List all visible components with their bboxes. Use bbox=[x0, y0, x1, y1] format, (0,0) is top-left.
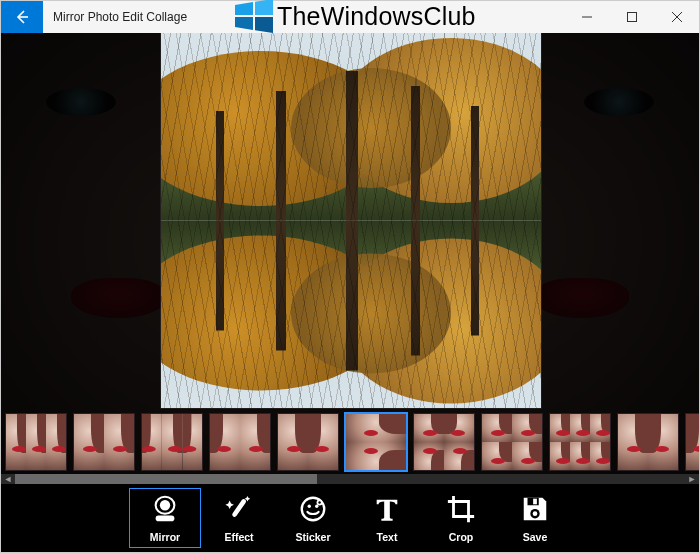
back-button[interactable] bbox=[1, 1, 43, 33]
windows-logo-icon bbox=[233, 0, 275, 33]
layout-thumb-1[interactable] bbox=[73, 413, 135, 471]
save-icon bbox=[520, 494, 550, 528]
crop-tool[interactable]: Crop bbox=[425, 488, 497, 548]
thumbnail-scrollbar[interactable]: ◄ ► bbox=[1, 474, 699, 484]
text-label: Text bbox=[377, 531, 398, 543]
svg-marker-1 bbox=[235, 2, 253, 15]
save-label: Save bbox=[523, 531, 548, 543]
svg-point-13 bbox=[318, 501, 320, 503]
maximize-icon bbox=[627, 12, 637, 22]
layout-thumb-4[interactable] bbox=[277, 413, 339, 471]
text-tool[interactable]: Text bbox=[351, 488, 423, 548]
sticker-icon bbox=[298, 494, 328, 528]
watermark-text: TheWindowsClub bbox=[277, 2, 476, 31]
layout-thumb-9[interactable] bbox=[617, 413, 679, 471]
mirror-label: Mirror bbox=[150, 531, 180, 543]
svg-point-11 bbox=[315, 504, 318, 507]
workspace: ◄ ► MirrorEffectStickerTextCropSave bbox=[1, 33, 699, 552]
svg-rect-0 bbox=[627, 13, 636, 22]
scroll-left-button[interactable]: ◄ bbox=[1, 474, 15, 484]
scroll-track[interactable] bbox=[15, 474, 685, 484]
close-button[interactable] bbox=[654, 1, 699, 33]
mirror-tool[interactable]: Mirror bbox=[129, 488, 201, 548]
crop-icon bbox=[446, 494, 476, 528]
text-icon bbox=[372, 494, 402, 528]
window-title: Mirror Photo Edit Collage bbox=[43, 10, 187, 24]
svg-rect-8 bbox=[231, 498, 247, 518]
layout-thumb-0[interactable] bbox=[5, 413, 67, 471]
scroll-handle[interactable] bbox=[15, 474, 317, 484]
scroll-right-button[interactable]: ► bbox=[685, 474, 699, 484]
minimize-button[interactable] bbox=[564, 1, 609, 33]
svg-marker-2 bbox=[255, 0, 273, 15]
maximize-button[interactable] bbox=[609, 1, 654, 33]
effect-label: Effect bbox=[224, 531, 253, 543]
watermark: TheWindowsClub bbox=[233, 0, 476, 33]
svg-point-6 bbox=[160, 500, 170, 510]
svg-rect-15 bbox=[533, 498, 537, 504]
layout-thumb-2[interactable] bbox=[141, 413, 203, 471]
svg-marker-4 bbox=[255, 17, 273, 33]
effect-icon bbox=[224, 494, 254, 528]
svg-marker-3 bbox=[235, 17, 253, 30]
svg-point-17 bbox=[533, 511, 538, 516]
arrow-left-icon bbox=[14, 9, 30, 25]
titlebar: Mirror Photo Edit Collage TheWindowsClub bbox=[1, 1, 699, 33]
preview-canvas[interactable] bbox=[161, 33, 541, 408]
window-controls bbox=[564, 1, 699, 33]
layout-thumb-3[interactable] bbox=[209, 413, 271, 471]
save-tool[interactable]: Save bbox=[499, 488, 571, 548]
app-window: Mirror Photo Edit Collage TheWindowsClub bbox=[0, 0, 700, 553]
layout-thumb-10[interactable] bbox=[685, 413, 699, 471]
effect-tool[interactable]: Effect bbox=[203, 488, 275, 548]
svg-rect-7 bbox=[156, 515, 175, 521]
layout-thumb-7[interactable] bbox=[481, 413, 543, 471]
layout-thumb-8[interactable] bbox=[549, 413, 611, 471]
svg-point-10 bbox=[308, 504, 311, 507]
sticker-label: Sticker bbox=[295, 531, 330, 543]
crop-label: Crop bbox=[449, 531, 474, 543]
mirror-icon bbox=[150, 494, 180, 528]
layout-thumb-6[interactable] bbox=[413, 413, 475, 471]
close-icon bbox=[672, 12, 682, 22]
bottom-toolbar: MirrorEffectStickerTextCropSave bbox=[1, 484, 699, 552]
minimize-icon bbox=[582, 12, 592, 22]
layout-thumb-5[interactable] bbox=[345, 413, 407, 471]
layout-thumbnails bbox=[1, 410, 699, 474]
sticker-tool[interactable]: Sticker bbox=[277, 488, 349, 548]
